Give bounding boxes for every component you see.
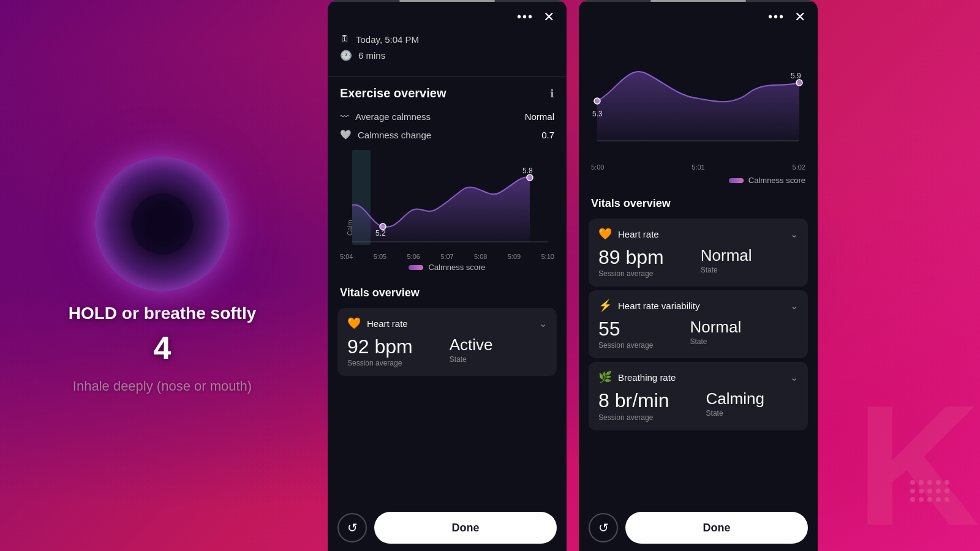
svg-text:5.8: 5.8 <box>522 167 533 175</box>
average-calmness-row: 〰 Average calmness Normal <box>328 108 567 126</box>
right-more-button[interactable]: ••• <box>768 10 785 24</box>
right-bottom-bar: ↺ Done <box>579 504 818 551</box>
svg-text:5.9: 5.9 <box>791 72 801 80</box>
calendar-icon: 🗓 <box>340 34 350 45</box>
right-hrv-state: Normal State <box>690 318 741 350</box>
right-hrv-stats: 55 Session average Normal State <box>598 318 798 350</box>
right-breathing-value: 8 br/min <box>598 390 669 411</box>
right-scroll-indicator <box>579 0 818 2</box>
right-breathing-state-label: State <box>706 409 764 418</box>
left-heart-rate-title: 🧡 Heart rate <box>347 317 408 330</box>
calmness-change-value: 0.7 <box>541 130 554 140</box>
calmness-change-row: 🤍 Calmness change 0.7 <box>328 126 567 144</box>
right-breathing-card: 🌿 Breathing rate ⌄ 8 br/min Session aver… <box>589 362 808 430</box>
breath-count: 4 <box>154 329 172 366</box>
right-heart-rate-title: 🧡 Heart rate <box>598 227 659 241</box>
right-heart-rate-header: 🧡 Heart rate ⌄ <box>598 227 798 241</box>
right-legend-dot <box>729 178 744 183</box>
left-heart-state-label: State <box>450 355 493 364</box>
time-tick-504: 5:04 <box>340 253 353 260</box>
time-tick-506: 5:06 <box>407 253 420 260</box>
svg-text:5.2: 5.2 <box>375 229 386 238</box>
right-heart-state-label: State <box>701 266 752 274</box>
right-hrv-main: 55 Session average <box>598 318 653 350</box>
right-heart-rate-card: 🧡 Heart rate ⌄ 89 bpm Session average No… <box>589 219 808 287</box>
left-refresh-button[interactable]: ↺ <box>337 513 367 542</box>
average-calmness-value: Normal <box>525 111 554 122</box>
time-tick-509: 5:09 <box>508 253 521 260</box>
clock-icon: 🕐 <box>340 50 352 61</box>
right-breathing-stats: 8 br/min Session average Calming State <box>598 390 798 421</box>
right-hrv-avg-label: Session average <box>598 341 653 350</box>
right-breathing-main: 8 br/min Session average <box>598 390 669 421</box>
left-heart-state: Active State <box>450 336 493 367</box>
breathing-icon: 🌿 <box>598 370 612 384</box>
svg-point-9 <box>796 80 802 86</box>
duration-meta: 🕐 6 mins <box>340 50 554 61</box>
right-breathing-title: 🌿 Breathing rate <box>598 370 676 384</box>
heart-icon: 🧡 <box>347 317 361 330</box>
left-heart-chevron[interactable]: ⌄ <box>539 318 547 329</box>
right-done-button[interactable]: Done <box>625 512 808 544</box>
breathing-circle <box>95 157 230 291</box>
legend-dot <box>409 265 423 270</box>
left-chart-svg: Calm 5.2 5.8 <box>340 144 554 254</box>
right-breathing-chevron[interactable]: ⌄ <box>790 372 798 383</box>
right-breathing-state: Calming State <box>706 390 764 421</box>
left-heart-rate-stats: 92 bpm Session average Active State <box>347 336 547 367</box>
heart-change-icon: 🤍 <box>340 129 352 140</box>
left-vitals-header: Vitals overview <box>328 279 567 304</box>
exercise-overview-header: Exercise overview ℹ <box>328 77 567 108</box>
right-heart-rate-stats: 89 bpm Session average Normal State <box>598 247 798 278</box>
calmness-change-label: 🤍 Calmness change <box>340 129 431 140</box>
right-breathing-avg-label: Session average <box>598 413 669 422</box>
right-modal: ••• ✕ 5.3 5.9 <box>579 0 818 551</box>
left-done-button[interactable]: Done <box>374 512 557 544</box>
breathing-circle-inner <box>132 193 193 255</box>
average-calmness-label: 〰 Average calmness <box>340 111 431 122</box>
right-hrv-value: 55 <box>598 318 653 340</box>
right-hrv-card: ⚡ Heart rate variability ⌄ 55 Session av… <box>589 290 808 358</box>
right-hrv-state-label: State <box>690 337 741 346</box>
right-hrv-title: ⚡ Heart rate variability <box>598 299 699 312</box>
left-more-button[interactable]: ••• <box>517 10 533 24</box>
info-icon[interactable]: ℹ <box>550 87 554 100</box>
left-modal: ••• ✕ 🗓 Today, 5:04 PM 🕐 6 mins Exercise… <box>328 0 567 551</box>
deco-letter: K <box>856 380 980 551</box>
wind-icon: 〰 <box>340 111 349 122</box>
time-tick-508: 5:08 <box>474 253 487 260</box>
right-close-button[interactable]: ✕ <box>794 10 805 24</box>
scroll-indicator <box>328 0 567 2</box>
left-modal-header: ••• ✕ <box>328 0 567 34</box>
svg-text:5.3: 5.3 <box>592 110 603 118</box>
right-hrv-header: ⚡ Heart rate variability ⌄ <box>598 299 798 312</box>
right-heart-avg-label: Session average <box>598 269 664 278</box>
svg-point-7 <box>594 98 600 104</box>
right-modal-header: ••• ✕ <box>579 0 818 34</box>
right-vitals-title: Vitals overview <box>591 197 671 209</box>
right-heart-chevron[interactable]: ⌄ <box>790 228 798 240</box>
time-tick-507: 5:07 <box>440 253 453 260</box>
right-hrv-state-value: Normal <box>690 318 741 336</box>
right-vitals-header: Vitals overview <box>579 190 818 215</box>
svg-point-4 <box>527 174 533 181</box>
duration-text: 6 mins <box>358 50 385 61</box>
right-heart-state: Normal State <box>701 247 752 278</box>
right-hrv-chevron[interactable]: ⌄ <box>790 300 798 312</box>
right-chart-legend: Calmness score <box>579 173 818 190</box>
left-vitals-title: Vitals overview <box>340 287 420 299</box>
left-heart-state-value: Active <box>450 336 493 354</box>
left-heart-main: 92 bpm Session average <box>347 336 413 367</box>
left-bottom-bar: ↺ Done <box>328 504 567 551</box>
left-close-button[interactable]: ✕ <box>543 10 554 24</box>
left-chart-container: Calm 5.2 5.8 <box>328 144 567 257</box>
inhale-instruction: Inhale deeply (nose or mouth) <box>73 378 252 394</box>
left-heart-avg-label: Session average <box>347 359 413 367</box>
right-heart-main: 89 bpm Session average <box>598 247 664 278</box>
right-refresh-button[interactable]: ↺ <box>589 513 618 542</box>
right-breathing-header: 🌿 Breathing rate ⌄ <box>598 370 798 384</box>
date-meta: 🗓 Today, 5:04 PM <box>340 34 554 45</box>
right-chart-svg: 5.3 5.9 <box>591 40 805 153</box>
left-heart-rate-header: 🧡 Heart rate ⌄ <box>347 317 547 330</box>
hold-instruction: HOLD or breathe softly <box>69 304 256 323</box>
